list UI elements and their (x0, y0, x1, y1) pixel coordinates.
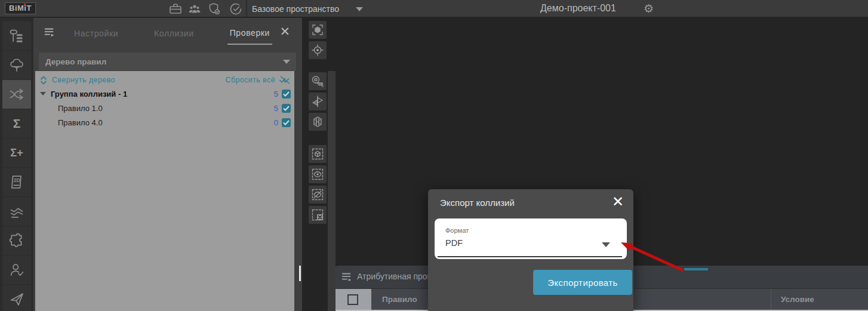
send-icon[interactable] (2, 285, 31, 311)
section-box-button[interactable] (309, 113, 327, 131)
column-header-condition: Условие (781, 295, 814, 304)
dialog-title: Экспорт коллизий (440, 198, 515, 208)
collision-count: 5 (266, 104, 278, 113)
collapse-tree-link[interactable]: Свернуть дерево (52, 76, 115, 84)
tree-row-rule[interactable]: Правило 4.0 0 (35, 115, 294, 130)
topbar-separator (246, 0, 247, 17)
charts-icon[interactable] (2, 197, 31, 226)
export-collisions-dialog: Экспорт коллизий ✕ Формат PDF Экспортиро… (428, 189, 633, 311)
check-circle-icon[interactable] (229, 2, 243, 16)
workspace-caret-icon[interactable] (356, 7, 363, 11)
top-bar: BiMiT Базовое пространство Демо-проект-0… (0, 0, 868, 18)
workspace-selector[interactable]: Базовое пространство (252, 4, 339, 14)
collision-count: 5 (266, 90, 278, 98)
isolate-selection-button[interactable] (309, 145, 327, 163)
tree-view-icon[interactable] (2, 51, 31, 79)
rule-checkbox[interactable] (282, 118, 291, 127)
column-divider (771, 289, 771, 310)
show-selection-button[interactable] (309, 165, 327, 183)
format-select-card: Формат PDF (435, 218, 627, 259)
tab-checks[interactable]: Проверки (227, 20, 272, 45)
axis-z-label: Z (385, 147, 389, 154)
tree-scrollbar-thumb[interactable] (299, 266, 301, 281)
rules-tree-section-header[interactable]: Дерево правил (39, 53, 296, 70)
section-caret-icon (283, 60, 290, 64)
tree-row-group[interactable]: Группа коллизий - 1 5 (35, 87, 294, 101)
axis-y-label: Y (423, 180, 427, 187)
tree-row-rule[interactable]: Правило 1.0 5 (35, 101, 294, 115)
collisions-shuffle-icon[interactable] (2, 80, 31, 109)
measure-tape-button[interactable] (309, 72, 327, 90)
sum-icon[interactable]: Σ (2, 109, 31, 138)
format-select[interactable]: PDF (445, 238, 463, 248)
expand-collapse-icon[interactable] (40, 76, 47, 85)
reset-all-link[interactable]: Сбросить всё (225, 76, 275, 84)
projects-briefcase-icon[interactable] (168, 2, 183, 16)
building-door (545, 100, 561, 123)
shield-check-icon[interactable] (207, 2, 221, 16)
section-plane-button[interactable] (309, 93, 327, 110)
checks-panel: Настройки Коллизии Проверки ✕ Дерево пра… (33, 18, 302, 311)
column-header-rule: Правило (382, 295, 417, 304)
navigation-gizmo[interactable]: Z Y (356, 147, 427, 215)
app-logo[interactable]: BiMiT (5, 2, 36, 14)
tab-collisions[interactable]: Коллизии (152, 20, 196, 44)
collision-count: 0 (266, 118, 278, 127)
rule-checkbox[interactable] (282, 104, 291, 113)
clear-selection-button[interactable] (309, 206, 327, 224)
select-all-cell (334, 289, 371, 310)
svg-text:2D: 2D (14, 177, 20, 183)
close-panel-icon[interactable]: ✕ (279, 25, 290, 38)
format-field-label: Формат (445, 227, 469, 234)
panel-menu-icon[interactable] (340, 270, 353, 284)
fit-to-view-button[interactable] (309, 21, 327, 39)
hide-selection-button[interactable] (309, 186, 327, 204)
bottom-panel-title: Атрибутивная пров (357, 272, 432, 281)
project-title: Демо-проект-001 (540, 3, 616, 14)
select-all-checkbox[interactable] (347, 294, 358, 305)
rules-tree: Свернуть дерево Сбросить всё Группа колл… (35, 71, 294, 311)
panel-menu-icon[interactable] (43, 26, 56, 39)
focus-target-button[interactable] (309, 41, 327, 59)
project-settings-gear-icon[interactable]: ⚙ (644, 2, 654, 15)
user-check-icon[interactable] (2, 255, 31, 284)
export-button[interactable]: Экспортировать (533, 270, 632, 295)
tree-scroll-rail[interactable] (328, 71, 335, 311)
plugins-puzzle-icon[interactable] (2, 226, 31, 255)
team-icon[interactable] (187, 2, 202, 16)
sum-plus-icon[interactable]: Σ+ (2, 138, 31, 167)
left-toolbar: Σ Σ+ 2D (0, 18, 33, 311)
model-structure-icon[interactable] (2, 21, 31, 50)
axis-x-marker (379, 182, 385, 188)
format-underline (438, 256, 622, 258)
dialog-close-icon[interactable]: ✕ (612, 195, 624, 209)
tab-settings[interactable]: Настройки (72, 20, 121, 44)
rule-checkbox[interactable] (282, 90, 291, 98)
format-caret-icon[interactable] (602, 242, 610, 247)
uncheck-all-icon[interactable] (279, 75, 291, 85)
2d-drawings-icon[interactable]: 2D (2, 168, 31, 196)
group-caret-icon[interactable] (40, 91, 46, 96)
model-edge-fragment (684, 268, 708, 270)
